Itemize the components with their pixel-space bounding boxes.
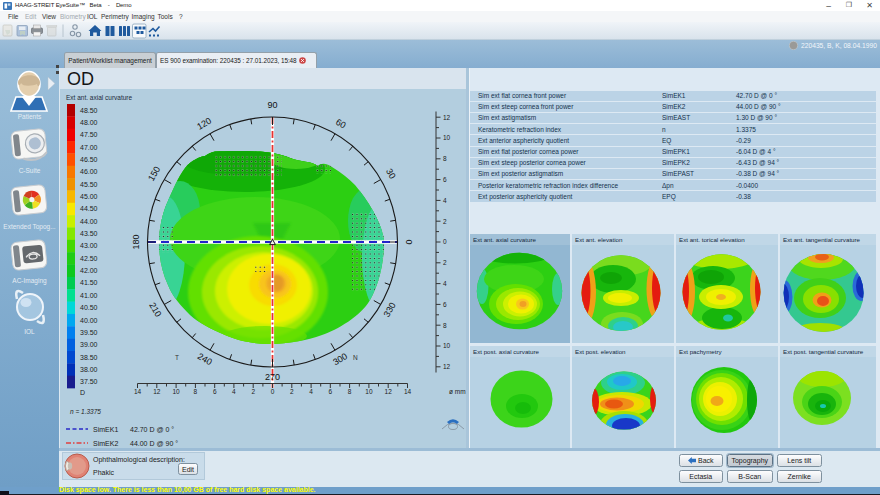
svg-text:8: 8 [443, 322, 447, 329]
svg-text:300: 300 [331, 351, 349, 367]
svg-text:6: 6 [443, 176, 447, 183]
svg-text:12: 12 [443, 114, 451, 121]
svg-text:SimEK2: SimEK2 [93, 440, 118, 447]
svg-text:39.50: 39.50 [80, 329, 98, 336]
svg-text:14: 14 [404, 388, 412, 395]
svg-text:38.50: 38.50 [80, 354, 98, 361]
svg-text:38.00: 38.00 [80, 366, 98, 373]
svg-text:43.50: 43.50 [80, 230, 98, 237]
svg-text:90: 90 [267, 100, 277, 110]
svg-text:10: 10 [443, 342, 451, 349]
svg-text:T: T [175, 354, 179, 361]
svg-text:6: 6 [443, 301, 447, 308]
svg-text:8: 8 [443, 155, 447, 162]
svg-text:N: N [353, 354, 358, 361]
svg-text:0: 0 [443, 238, 447, 245]
svg-text:6: 6 [213, 388, 217, 395]
svg-text:40.50: 40.50 [80, 304, 98, 311]
svg-text:12: 12 [385, 388, 393, 395]
svg-text:10: 10 [365, 388, 373, 395]
svg-text:12: 12 [153, 388, 161, 395]
svg-text:41.50: 41.50 [80, 279, 98, 286]
svg-text:48.50: 48.50 [80, 107, 98, 114]
svg-text:270: 270 [265, 372, 280, 382]
svg-text:14: 14 [134, 388, 142, 395]
svg-text:330: 330 [382, 301, 398, 319]
svg-text:44.00: 44.00 [80, 218, 98, 225]
svg-text:10: 10 [172, 388, 180, 395]
svg-text:6: 6 [328, 388, 332, 395]
svg-text:43.00: 43.00 [80, 242, 98, 249]
svg-text:ø mm: ø mm [449, 388, 466, 395]
svg-text:48.00: 48.00 [80, 119, 98, 126]
svg-text:D: D [80, 389, 85, 396]
svg-text:2: 2 [251, 388, 255, 395]
svg-text:SimEK1: SimEK1 [93, 426, 118, 433]
svg-text:39.00: 39.00 [80, 341, 98, 348]
svg-text:2: 2 [443, 259, 447, 266]
svg-text:120: 120 [195, 116, 213, 132]
svg-text:42.50: 42.50 [80, 255, 98, 262]
svg-text:46.00: 46.00 [80, 168, 98, 175]
svg-text:44.50: 44.50 [80, 205, 98, 212]
svg-text:4: 4 [309, 388, 313, 395]
svg-text:2: 2 [443, 218, 447, 225]
svg-text:210: 210 [147, 301, 163, 319]
svg-text:n = 1.3375: n = 1.3375 [70, 408, 101, 415]
svg-text:47.50: 47.50 [80, 131, 98, 138]
svg-text:42.00: 42.00 [80, 267, 98, 274]
svg-text:40.00: 40.00 [80, 317, 98, 324]
svg-text:240: 240 [196, 351, 214, 367]
svg-text:4: 4 [443, 197, 447, 204]
svg-text:12: 12 [443, 363, 451, 370]
svg-text:0: 0 [271, 388, 275, 395]
svg-text:44.00 D @ 90 °: 44.00 D @ 90 ° [130, 440, 178, 447]
svg-text:47.00: 47.00 [80, 144, 98, 151]
svg-text:30: 30 [384, 167, 398, 181]
svg-text:4: 4 [443, 280, 447, 287]
svg-text:0: 0 [404, 239, 414, 244]
svg-text:45.50: 45.50 [80, 181, 98, 188]
svg-text:8: 8 [194, 388, 198, 395]
svg-text:2: 2 [290, 388, 294, 395]
svg-text:8: 8 [348, 388, 352, 395]
svg-text:42.70 D @ 0 °: 42.70 D @ 0 ° [130, 426, 174, 433]
svg-text:180: 180 [131, 234, 141, 249]
svg-text:41.00: 41.00 [80, 292, 98, 299]
svg-text:46.50: 46.50 [80, 156, 98, 163]
svg-text:60: 60 [334, 117, 348, 131]
svg-text:10: 10 [443, 134, 451, 141]
svg-text:45.00: 45.00 [80, 193, 98, 200]
svg-text:37.50: 37.50 [80, 378, 98, 385]
svg-text:Ext ant. axial curvature: Ext ant. axial curvature [66, 94, 132, 101]
svg-text:4: 4 [232, 388, 236, 395]
svg-text:150: 150 [146, 165, 162, 183]
